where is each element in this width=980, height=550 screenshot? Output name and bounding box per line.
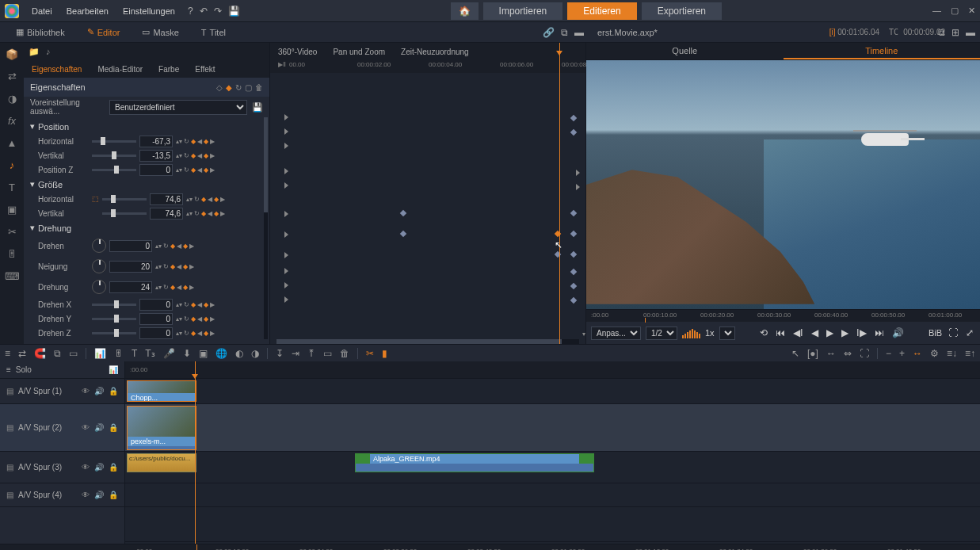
- tl-text-icon[interactable]: T: [132, 348, 137, 359]
- subtab-timeremap[interactable]: Zeit-Neuzuordnung: [393, 44, 477, 59]
- popout-icon[interactable]: ⧉: [561, 27, 568, 38]
- tl-list-icon[interactable]: ≡: [5, 348, 10, 359]
- preview-res-select[interactable]: 1/2: [646, 327, 677, 340]
- rot-n-dial[interactable]: [92, 259, 106, 273]
- preset-select[interactable]: Benutzerdefiniert: [109, 100, 247, 115]
- subtab-color[interactable]: Farbe: [151, 62, 187, 77]
- track1-eye-icon[interactable]: 👁: [82, 387, 90, 395]
- panel2-icon[interactable]: ▬: [966, 27, 975, 38]
- rot-d-dial[interactable]: [92, 239, 106, 253]
- tl-mic-icon[interactable]: 🎤: [163, 348, 175, 359]
- folder-icon[interactable]: 📁: [29, 47, 40, 57]
- corrections-tool-icon[interactable]: ◑: [4, 90, 20, 106]
- save-icon[interactable]: 💾: [228, 6, 240, 17]
- tl-mixer-icon[interactable]: 🎚: [114, 348, 124, 359]
- props-scrollbar[interactable]: [264, 117, 268, 339]
- tl-tool1-icon[interactable]: ◐: [235, 348, 243, 359]
- tl-trackdown-icon[interactable]: ≡↓: [947, 348, 957, 359]
- loop-icon[interactable]: ⟲: [758, 327, 769, 338]
- rot-x-input[interactable]: [139, 299, 173, 311]
- split-tool-icon[interactable]: ✂: [4, 223, 20, 239]
- pos-h-input[interactable]: [139, 136, 173, 147]
- tl-tool2-icon[interactable]: ◑: [251, 348, 259, 359]
- preview-tab-source[interactable]: Quelle: [586, 43, 784, 59]
- rot-z-slider[interactable]: [92, 332, 136, 334]
- go-end-icon[interactable]: ⏭: [873, 327, 886, 338]
- tl-gear-icon[interactable]: ⚙: [930, 348, 939, 359]
- keyframe-icon[interactable]: ◇: [216, 83, 223, 92]
- trash-icon[interactable]: 🗑: [255, 83, 263, 92]
- tl-zoomout-icon[interactable]: −: [886, 348, 891, 359]
- filter-tool-icon[interactable]: ▲: [4, 135, 20, 151]
- tl-slide-icon[interactable]: ⇔: [844, 348, 852, 359]
- export-button[interactable]: Exportieren: [642, 2, 722, 20]
- keyframe-ruler[interactable]: ▶Ⅱ 00.00 00:00:02.00 00:00:04.00 00:00:0…: [270, 60, 585, 73]
- pos-v-input[interactable]: [139, 150, 173, 162]
- track2-eye-icon[interactable]: 👁: [82, 423, 90, 432]
- track1-name[interactable]: A/V Spur (1): [18, 387, 77, 395]
- track4-speaker-icon[interactable]: 🔊: [94, 491, 104, 499]
- tl-trackup-icon[interactable]: ≡↑: [965, 348, 975, 359]
- tl-selected-icon[interactable]: ▮: [382, 348, 387, 359]
- preview-fit-select[interactable]: Anpas...: [591, 327, 641, 340]
- music-icon[interactable]: ♪: [46, 47, 51, 56]
- track1-lock-icon[interactable]: 🔒: [109, 387, 118, 395]
- tl-mode2-icon[interactable]: ⇥: [292, 348, 299, 359]
- timeline-ruler[interactable]: :00.00: [125, 361, 980, 379]
- tune-tool-icon[interactable]: 🎚: [4, 246, 20, 262]
- tl-mode4-icon[interactable]: ▭: [323, 348, 332, 359]
- track4-eye-icon[interactable]: 👁: [82, 491, 90, 499]
- track1-collapse-icon[interactable]: ▤: [6, 387, 13, 395]
- group-position[interactable]: ▾ Position: [30, 119, 263, 134]
- home-button[interactable]: 🏠: [451, 2, 479, 20]
- expand-icon[interactable]: ⤢: [964, 327, 975, 338]
- tl-autofit-icon[interactable]: ↔: [913, 348, 922, 359]
- pos-z-input[interactable]: [139, 164, 173, 176]
- keyframe-scrollbar[interactable]: [276, 339, 579, 344]
- size-v-slider[interactable]: [102, 212, 147, 215]
- pos-v-slider[interactable]: [92, 155, 136, 157]
- clip-chopper[interactable]: Chopp...: [127, 380, 196, 402]
- size-v-input[interactable]: [150, 208, 183, 220]
- menu-edit[interactable]: Bearbeiten: [60, 3, 115, 19]
- track4-name[interactable]: A/V Spur (4): [18, 491, 77, 499]
- tl-copy-icon[interactable]: ⧉: [54, 348, 61, 359]
- reset-icon[interactable]: ↻: [235, 83, 242, 92]
- rot-n-input[interactable]: [109, 261, 152, 273]
- track4-collapse-icon[interactable]: ▤: [6, 491, 13, 499]
- prev-frame-icon[interactable]: ◀Ⅰ: [791, 327, 805, 338]
- tl-window-icon[interactable]: ▭: [69, 348, 78, 359]
- link-size-icon[interactable]: ⬚: [92, 195, 99, 203]
- tl-zoomin-icon[interactable]: +: [899, 348, 905, 359]
- track4-lock-icon[interactable]: 🔒: [109, 491, 118, 499]
- tl-magnet-icon[interactable]: 🧲: [34, 348, 46, 359]
- tl-mode1-icon[interactable]: ↧: [276, 348, 284, 359]
- subtab-effect[interactable]: Effekt: [187, 62, 223, 77]
- import-button[interactable]: Importieren: [483, 2, 563, 20]
- key-on-icon[interactable]: ◆: [226, 83, 232, 92]
- size-h-input[interactable]: [150, 193, 183, 205]
- overview-ruler[interactable]: :00.00 00:00:12.00 00:00:24.00 00:00:36.…: [132, 544, 975, 550]
- tl-crop-icon[interactable]: ▣: [199, 348, 208, 359]
- tab-editor[interactable]: ✎Editor: [76, 23, 132, 41]
- keyframe-playhead[interactable]: [559, 43, 560, 344]
- edit-button[interactable]: Editieren: [567, 2, 636, 20]
- track2-speaker-icon[interactable]: 🔊: [94, 423, 104, 432]
- subtab-media[interactable]: Media-Editor: [90, 62, 151, 77]
- menu-settings[interactable]: Einstellungen: [116, 3, 181, 19]
- fx-tool-icon[interactable]: fx: [4, 113, 20, 128]
- timeline-playhead[interactable]: [195, 361, 196, 544]
- track3-lock-icon[interactable]: 🔒: [109, 463, 118, 472]
- link-icon[interactable]: 🔗: [543, 27, 555, 38]
- tl-razor-icon[interactable]: ✂: [366, 348, 374, 359]
- track3-collapse-icon[interactable]: ▤: [6, 463, 13, 472]
- fullscreen-icon[interactable]: ⛶: [947, 327, 959, 338]
- tl-globe-icon[interactable]: 🌐: [215, 348, 227, 359]
- pip-label[interactable]: BiB: [929, 328, 942, 338]
- overlay-tool-icon[interactable]: ▣: [4, 201, 20, 217]
- snapshot-icon[interactable]: ▢: [245, 83, 252, 92]
- timeline-body[interactable]: :00.00 Chopp... pexels-m... c:/users/pub…: [125, 361, 980, 544]
- subtab-360[interactable]: 360°-Video: [270, 44, 325, 59]
- tl-3dtext-icon[interactable]: T₃: [145, 348, 154, 359]
- undo-icon[interactable]: ↶: [200, 6, 208, 17]
